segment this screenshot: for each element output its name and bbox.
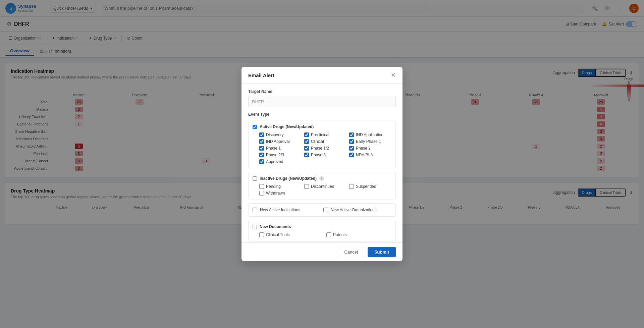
checkbox-phase2: Phase 2	[349, 146, 391, 151]
checkbox-early-phase1: Early Phase 1	[349, 139, 391, 144]
preclinical-checkbox[interactable]	[304, 132, 309, 137]
checkbox-pending: Pending	[259, 184, 302, 189]
modal-title: Email Alert	[248, 72, 274, 78]
checkbox-clinical: Clinical	[304, 139, 346, 144]
inactive-drugs-checkbox[interactable]	[253, 176, 257, 181]
new-documents-title: New Documents	[253, 224, 391, 229]
approved-checkbox[interactable]	[259, 159, 264, 164]
checkbox-discontinued: Discontinued	[304, 184, 346, 189]
target-name-input[interactable]	[248, 96, 396, 107]
checkbox-preclinical: Preclinical	[304, 132, 346, 137]
phase2-checkbox[interactable]	[349, 146, 354, 151]
patents-checkbox[interactable]	[326, 232, 331, 237]
inactive-drugs-group: Inactive Drugs (New/Updated) i Pending D…	[248, 172, 396, 200]
early-phase1-checkbox[interactable]	[349, 139, 354, 144]
active-drugs-children: Discovery Preclinical IND Application IN…	[259, 132, 391, 164]
phase1-checkbox[interactable]	[259, 146, 264, 151]
new-active-organizations-checkbox[interactable]	[323, 208, 328, 212]
phase1-2-checkbox[interactable]	[304, 146, 309, 151]
checkbox-phase3: Phase 3	[304, 153, 346, 157]
new-documents-checkbox[interactable]	[253, 225, 257, 229]
new-active-indications-checkbox[interactable]	[253, 208, 257, 212]
checkbox-ind-approval: IND Approval	[259, 139, 302, 144]
new-active-indications-row: New Active Indications	[253, 208, 321, 212]
modal-footer: Cancel Submit	[241, 242, 402, 261]
active-drugs-title: Active Drugs (New/Updated)	[253, 124, 391, 129]
checkbox-phase1-2: Phase 1/2	[304, 146, 346, 151]
suspended-checkbox[interactable]	[349, 184, 354, 189]
target-name-label: Target Name	[248, 89, 396, 94]
email-alert-modal: Email Alert ✕ Target Name Event Type Act…	[241, 67, 402, 261]
clinical-checkbox[interactable]	[304, 139, 309, 144]
checkbox-ind-application: IND Application	[349, 132, 391, 137]
checkbox-clinical-trials: Clinical Trials	[259, 232, 324, 237]
discontinued-checkbox[interactable]	[304, 184, 309, 189]
clinical-trials-checkbox[interactable]	[259, 232, 264, 237]
checkbox-patents: Patents	[326, 232, 391, 237]
modal-body: Target Name Event Type Active Drugs (New…	[241, 84, 402, 242]
withdrawn-checkbox[interactable]	[259, 191, 264, 196]
new-documents-group: New Documents Clinical Trials Patents	[248, 220, 396, 241]
phase2-3-checkbox[interactable]	[259, 153, 264, 157]
active-drugs-checkbox[interactable]	[253, 125, 257, 129]
pending-checkbox[interactable]	[259, 184, 264, 189]
checkbox-ndabla: NDA/BLA	[349, 153, 391, 157]
info-icon[interactable]: i	[319, 176, 324, 181]
cancel-button[interactable]: Cancel	[338, 247, 364, 257]
new-active-group: New Active Indications New Active Organi…	[248, 203, 396, 217]
checkbox-withdrawn: Withdrawn	[259, 191, 302, 196]
inactive-drugs-children: Pending Discontinued Suspended Withdrawn	[259, 184, 391, 196]
checkbox-approved: Approved	[259, 159, 302, 164]
ind-approval-checkbox[interactable]	[259, 139, 264, 144]
phase3-checkbox[interactable]	[304, 153, 309, 157]
new-active-organizations-row: New Active Organizations	[323, 208, 391, 212]
discovery-checkbox[interactable]	[259, 132, 264, 137]
ind-application-checkbox[interactable]	[349, 132, 354, 137]
ndabla-checkbox[interactable]	[349, 153, 354, 157]
checkbox-phase1: Phase 1	[259, 146, 302, 151]
active-drugs-group: Active Drugs (New/Updated) Discovery Pre…	[248, 120, 396, 168]
modal-close-button[interactable]: ✕	[391, 72, 396, 78]
modal-overlay[interactable]: Email Alert ✕ Target Name Event Type Act…	[0, 0, 644, 328]
inactive-drugs-title: Inactive Drugs (New/Updated) i	[253, 176, 391, 181]
new-documents-children: Clinical Trials Patents	[259, 232, 391, 237]
checkbox-phase2-3: Phase 2/3	[259, 153, 302, 157]
event-type-label: Event Type	[248, 112, 396, 117]
modal-header: Email Alert ✕	[241, 67, 402, 84]
submit-button[interactable]: Submit	[368, 247, 396, 257]
checkbox-suspended: Suspended	[349, 184, 391, 189]
checkbox-discovery: Discovery	[259, 132, 302, 137]
